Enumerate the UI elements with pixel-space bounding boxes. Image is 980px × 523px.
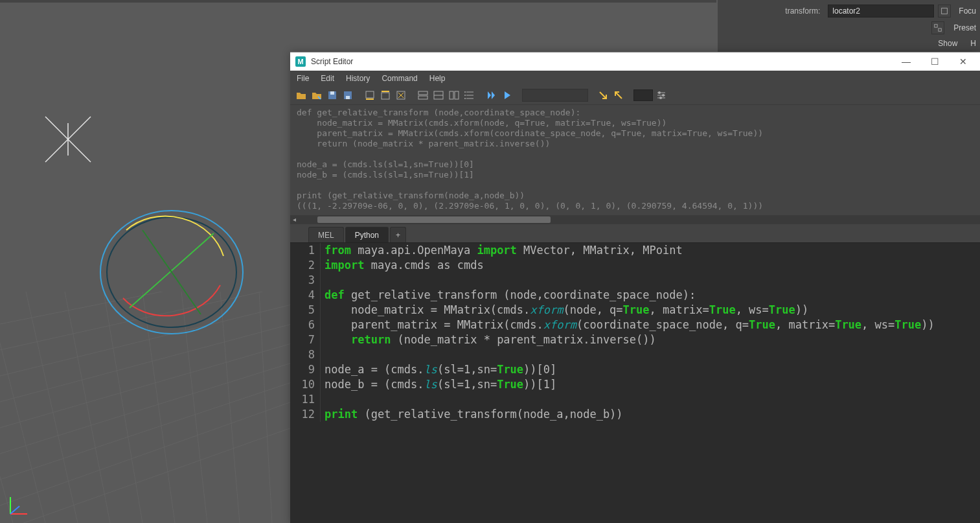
viewport-top-strip — [0, 0, 716, 3]
code-line[interactable] — [321, 273, 325, 288]
line-number: 6 — [290, 318, 321, 332]
menu-command[interactable]: Command — [382, 74, 417, 83]
minimize-button[interactable]: — — [895, 52, 918, 71]
show-both-icon[interactable] — [447, 88, 461, 102]
line-number: 12 — [290, 407, 321, 422]
tab-mel[interactable]: MEL — [308, 227, 344, 242]
svg-point-22 — [107, 217, 236, 327]
code-line[interactable]: print (get_relative_transform(node_a,nod… — [321, 407, 623, 422]
svg-line-14 — [142, 292, 175, 523]
svg-point-58 — [662, 94, 665, 97]
svg-rect-42 — [418, 91, 427, 95]
show-input-icon[interactable] — [431, 88, 446, 102]
svg-rect-43 — [418, 96, 427, 99]
preset-button[interactable]: Preset — [950, 22, 980, 34]
hide-button[interactable]: H — [966, 38, 980, 49]
svg-point-21 — [100, 211, 243, 334]
script-input-pane[interactable]: 1from maya.api.OpenMaya import MVector, … — [290, 242, 980, 523]
svg-point-51 — [464, 91, 466, 93]
line-numbers-icon[interactable] — [462, 88, 477, 102]
svg-rect-37 — [382, 93, 389, 99]
code-line[interactable] — [321, 347, 325, 362]
svg-rect-46 — [450, 91, 453, 99]
code-line[interactable]: node_a = (cmds.ls(sl=1,sn=True))[0] — [321, 362, 556, 377]
svg-line-19 — [45, 117, 91, 162]
save-script-icon[interactable] — [325, 88, 339, 102]
code-line[interactable]: parent_matrix = MMatrix(cmds.xform(coord… — [321, 318, 935, 332]
goto-line-up-icon[interactable] — [611, 88, 626, 102]
script-output-pane[interactable]: def get_relative_transform (node,coordin… — [290, 105, 980, 215]
script-editor-window: M Script Editor — ☐ ✕ File Edit History … — [290, 52, 980, 523]
line-number: 2 — [290, 258, 321, 273]
close-button[interactable]: ✕ — [952, 52, 975, 71]
locator-cross-icon — [39, 110, 97, 169]
svg-line-27 — [10, 506, 19, 514]
svg-line-8 — [0, 428, 291, 523]
svg-line-5 — [0, 363, 291, 454]
svg-rect-35 — [366, 91, 374, 98]
clear-all-icon[interactable] — [394, 88, 408, 102]
svg-point-53 — [464, 98, 466, 99]
output-horizontal-scrollbar[interactable]: ◂ — [290, 215, 980, 224]
menu-file[interactable]: File — [297, 74, 309, 83]
scrollbar-thumb[interactable] — [317, 216, 551, 223]
preset-square-icon[interactable] — [931, 21, 944, 34]
clear-history-icon[interactable] — [363, 88, 377, 102]
focus-button[interactable]: Focu — [955, 5, 980, 17]
svg-line-12 — [65, 292, 110, 523]
script-editor-menubar: File Edit History Command Help — [290, 71, 980, 86]
code-line[interactable] — [321, 392, 325, 407]
svg-line-3 — [0, 324, 291, 402]
svg-rect-34 — [346, 96, 350, 99]
code-line[interactable]: node_matrix = MMatrix(cmds.xform(node, q… — [321, 303, 808, 318]
search-field[interactable] — [522, 89, 588, 102]
svg-line-9 — [0, 292, 13, 523]
show-button[interactable]: Show — [934, 38, 961, 49]
execute-icon[interactable] — [500, 88, 514, 102]
svg-point-59 — [659, 97, 662, 99]
clear-input-icon[interactable] — [378, 88, 393, 102]
line-number: 1 — [290, 243, 321, 258]
line-number: 9 — [290, 362, 321, 377]
svg-rect-47 — [455, 91, 459, 99]
source-script-icon[interactable] — [310, 88, 324, 102]
goto-line-down-icon[interactable] — [596, 88, 610, 102]
color-swatch[interactable] — [633, 89, 653, 101]
svg-line-6 — [0, 382, 291, 480]
tab-python[interactable]: Python — [345, 227, 389, 242]
svg-line-17 — [259, 292, 272, 523]
menu-help[interactable]: Help — [429, 74, 446, 83]
svg-line-4 — [0, 343, 291, 428]
line-number: 10 — [290, 377, 321, 392]
svg-line-13 — [104, 292, 142, 523]
code-line[interactable]: from maya.api.OpenMaya import MVector, M… — [321, 243, 683, 258]
menu-history[interactable]: History — [346, 74, 370, 83]
tab-add[interactable]: + — [390, 227, 406, 242]
line-number: 4 — [290, 288, 321, 303]
svg-rect-30 — [939, 29, 941, 31]
code-line[interactable]: def get_relative_transform (node,coordin… — [321, 288, 696, 303]
tab-settings-icon[interactable] — [654, 88, 668, 102]
script-editor-titlebar[interactable]: M Script Editor — ☐ ✕ — [290, 52, 980, 71]
line-number: 11 — [290, 392, 321, 407]
show-history-icon[interactable] — [416, 88, 430, 102]
svg-line-23 — [130, 233, 214, 308]
svg-point-57 — [658, 91, 661, 94]
node-name-field[interactable] — [828, 5, 934, 17]
line-number: 7 — [290, 332, 321, 347]
svg-line-16 — [220, 292, 240, 523]
scroll-left-arrow-icon[interactable]: ◂ — [293, 216, 296, 223]
menu-edit[interactable]: Edit — [321, 74, 334, 83]
code-line[interactable]: import maya.cmds as cmds — [321, 258, 484, 273]
line-number: 3 — [290, 273, 321, 288]
svg-line-10 — [0, 292, 45, 523]
svg-line-15 — [181, 292, 207, 523]
focus-square-icon[interactable] — [938, 5, 951, 17]
code-line[interactable]: node_b = (cmds.ls(sl=1,sn=True))[1] — [321, 377, 556, 392]
maximize-button[interactable]: ☐ — [923, 52, 946, 71]
open-script-icon[interactable] — [294, 88, 308, 102]
code-line[interactable]: return (node_matrix * parent_matrix.inve… — [321, 332, 656, 347]
svg-rect-32 — [330, 91, 334, 95]
save-to-shelf-icon[interactable] — [341, 88, 355, 102]
execute-all-icon[interactable] — [484, 88, 499, 102]
